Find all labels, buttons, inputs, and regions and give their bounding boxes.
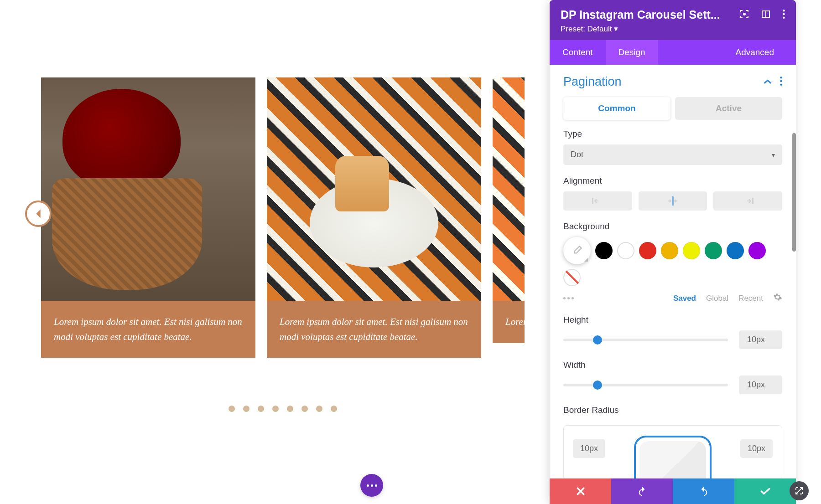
field-type: Type Dot ▾ (550, 129, 796, 176)
sub-tab-common[interactable]: Common (563, 97, 670, 120)
select-value: Dot (571, 150, 583, 159)
radius-preview (634, 436, 712, 478)
color-swatch[interactable] (661, 242, 678, 259)
color-swatch[interactable] (683, 242, 700, 259)
pagination-dot[interactable] (243, 406, 249, 412)
height-slider[interactable] (563, 339, 728, 341)
color-swatch[interactable] (748, 242, 766, 259)
expand-button[interactable] (790, 481, 809, 500)
color-swatch[interactable] (595, 242, 613, 259)
sub-tab-active[interactable]: Active (675, 97, 782, 120)
radius-top-right-input[interactable]: 10px (740, 439, 773, 458)
card-image (267, 77, 481, 301)
tab-advanced[interactable]: Advanced (722, 40, 787, 65)
field-width: Width 10px (550, 360, 796, 405)
panel-body: Pagination Common Active Type Dot ▾ Alig… (550, 65, 796, 478)
builder-fab-button[interactable] (360, 474, 383, 497)
carousel-card[interactable]: Lorem ipsum dolor sit amet. Est nisi gal… (267, 77, 481, 358)
panel-footer (550, 478, 796, 504)
svg-point-6 (780, 77, 782, 78)
section-header[interactable]: Pagination (550, 65, 796, 97)
card-image (41, 77, 255, 301)
palette-tab-saved[interactable]: Saved (673, 294, 696, 303)
svg-rect-11 (752, 198, 753, 204)
pagination-dot[interactable] (229, 406, 235, 412)
save-button[interactable] (734, 478, 796, 504)
field-alignment: Alignment (550, 176, 796, 221)
section-more-icon[interactable] (780, 77, 782, 87)
color-swatch[interactable] (639, 242, 656, 259)
align-left-button[interactable] (563, 191, 632, 211)
field-label: Type (563, 129, 782, 139)
field-label: Border Radius (563, 405, 782, 415)
slider-thumb[interactable] (593, 381, 602, 390)
settings-panel: DP Instagram Carousel Sett... Preset: De… (550, 0, 796, 504)
more-icon[interactable] (783, 10, 785, 21)
color-swatch[interactable] (727, 242, 744, 259)
svg-rect-9 (592, 198, 593, 204)
preset-selector[interactable]: Preset: Default ▾ (561, 24, 785, 34)
card-caption: Lorem ipsum dolor sit amet. Est nisi gal… (41, 301, 255, 358)
pagination-dot[interactable] (258, 406, 264, 412)
preview-area: Lorem ipsum dolor sit amet. Est nisi gal… (0, 0, 566, 504)
field-label: Alignment (563, 176, 782, 186)
field-background: Background Saved Global Rec (550, 221, 796, 315)
svg-point-3 (783, 10, 785, 11)
svg-point-0 (743, 13, 745, 15)
tab-design[interactable]: Design (606, 40, 658, 65)
carousel-card[interactable]: Lorem ipsum dolor sit amet. Est nisi gal… (493, 77, 525, 358)
section-title: Pagination (563, 75, 622, 89)
field-height: Height 10px (550, 315, 796, 360)
align-center-button[interactable] (639, 191, 707, 211)
card-caption: Lorem ipsum dolor sit amet. Est nisi gal… (493, 301, 525, 343)
pagination-dot[interactable] (301, 406, 308, 412)
gear-icon[interactable] (773, 293, 782, 304)
height-value[interactable]: 10px (739, 330, 782, 349)
color-picker-button[interactable] (563, 237, 591, 264)
carousel-card[interactable]: Lorem ipsum dolor sit amet. Est nisi gal… (41, 77, 255, 358)
width-slider[interactable] (563, 384, 728, 386)
svg-point-4 (783, 13, 785, 15)
color-swatch[interactable] (617, 242, 634, 259)
palette-tab-global[interactable]: Global (706, 294, 728, 303)
carousel-wrapper: Lorem ipsum dolor sit amet. Est nisi gal… (41, 77, 525, 412)
tab-content[interactable]: Content (550, 40, 606, 65)
align-right-button[interactable] (713, 191, 782, 211)
pagination-dot[interactable] (331, 406, 337, 412)
cancel-button[interactable] (550, 478, 611, 504)
pagination-dot[interactable] (287, 406, 293, 412)
carousel-prev-button[interactable] (25, 201, 52, 227)
type-select[interactable]: Dot ▾ (563, 144, 782, 165)
panel-tabs: Content Design Advanced (550, 40, 796, 65)
pagination-dot[interactable] (316, 406, 322, 412)
redo-button[interactable] (673, 478, 734, 504)
field-label: Height (563, 315, 782, 325)
field-border-radius: Border Radius (550, 405, 796, 425)
svg-rect-10 (672, 196, 674, 206)
columns-icon[interactable] (762, 10, 770, 20)
undo-button[interactable] (611, 478, 673, 504)
sub-tabs: Common Active (550, 97, 796, 129)
focus-icon[interactable] (740, 10, 749, 21)
border-radius-control: 10px 10px (563, 425, 782, 478)
slider-thumb[interactable] (593, 335, 602, 345)
width-value[interactable]: 10px (739, 375, 782, 394)
color-swatch-none[interactable] (563, 269, 581, 286)
pagination-dots (41, 406, 525, 412)
palette-tab-recent[interactable]: Recent (738, 294, 763, 303)
chevron-up-icon[interactable] (764, 78, 772, 86)
svg-point-7 (780, 80, 782, 82)
scrollbar[interactable] (792, 133, 796, 252)
color-swatch[interactable] (705, 242, 722, 259)
field-label: Background (563, 221, 782, 231)
carousel: Lorem ipsum dolor sit amet. Est nisi gal… (41, 77, 525, 358)
panel-header: DP Instagram Carousel Sett... Preset: De… (550, 0, 796, 40)
card-image (493, 77, 525, 301)
field-label: Width (563, 360, 782, 370)
pagination-dot[interactable] (272, 406, 279, 412)
svg-point-8 (780, 83, 782, 85)
card-caption: Lorem ipsum dolor sit amet. Est nisi gal… (267, 301, 481, 358)
drag-handle-icon[interactable] (563, 297, 574, 299)
panel-title: DP Instagram Carousel Sett... (561, 8, 740, 21)
radius-top-left-input[interactable]: 10px (573, 439, 605, 458)
